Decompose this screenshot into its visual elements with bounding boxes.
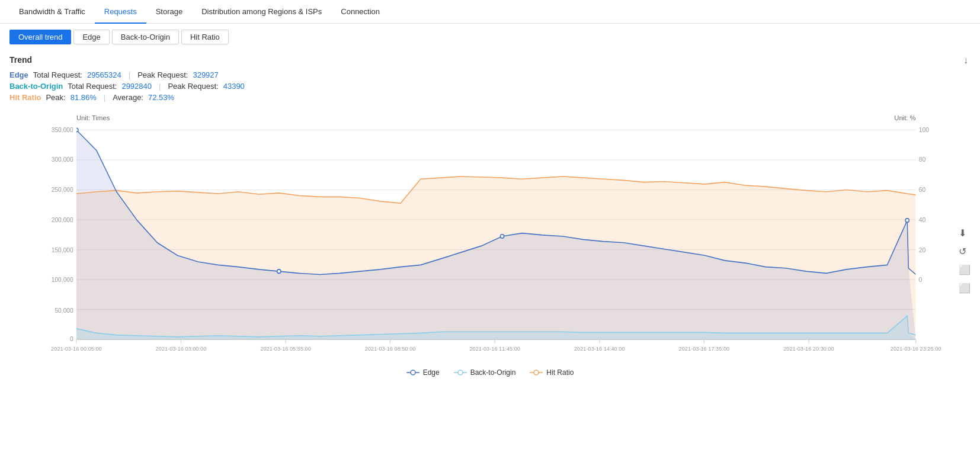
svg-text:2021-03-16 23:25:00: 2021-03-16 23:25:00 xyxy=(891,345,941,352)
back-to-origin-stats-row: Back-to-Origin Total Request: 2992840 | … xyxy=(9,82,971,91)
btn-hit-ratio[interactable]: Hit Ratio xyxy=(181,30,229,44)
nav-distribution[interactable]: Distribution among Regions & ISPs xyxy=(192,0,331,24)
svg-point-29 xyxy=(500,235,504,238)
svg-text:80: 80 xyxy=(919,156,926,163)
edge-total-value: 29565324 xyxy=(87,70,121,79)
edge-label: Edge xyxy=(9,70,28,79)
legend-edge: Edge xyxy=(406,368,440,377)
svg-text:100: 100 xyxy=(919,126,929,133)
svg-point-50 xyxy=(411,370,415,375)
svg-text:0: 0 xyxy=(70,335,73,342)
chart-expand-icon[interactable]: ⬜ xyxy=(959,264,971,275)
svg-text:2021-03-16 14:40:00: 2021-03-16 14:40:00 xyxy=(574,345,625,352)
svg-text:2021-03-16 11:45:00: 2021-03-16 11:45:00 xyxy=(469,345,520,352)
b2o-peak-label: Peak Request: xyxy=(168,82,218,91)
svg-text:50,000: 50,000 xyxy=(55,307,73,314)
top-navigation: Bandwidth & Traffic Requests Storage Dis… xyxy=(0,0,980,24)
svg-text:2021-03-16 03:00:00: 2021-03-16 03:00:00 xyxy=(156,345,207,352)
b2o-peak-value: 43390 xyxy=(223,82,245,91)
legend-edge-label: Edge xyxy=(423,368,440,377)
legend-hit-ratio: Hit Ratio xyxy=(530,368,574,377)
btn-edge[interactable]: Edge xyxy=(73,30,109,44)
legend-hr-label: Hit Ratio xyxy=(546,368,574,377)
hit-ratio-avg-label: Average: xyxy=(113,93,143,102)
edge-peak-value: 329927 xyxy=(193,70,218,79)
svg-point-52 xyxy=(458,370,463,375)
svg-text:300,000: 300,000 xyxy=(52,156,73,163)
svg-text:150,000: 150,000 xyxy=(52,246,73,253)
svg-text:200,000: 200,000 xyxy=(52,216,73,223)
right-actions: ⬇ ↺ ⬜ ⬜ xyxy=(959,227,971,294)
stats-area: Edge Total Request: 29565324 | Peak Requ… xyxy=(9,70,971,102)
chart-refresh-icon[interactable]: ↺ xyxy=(959,246,971,257)
chart-copy-icon[interactable]: ⬜ xyxy=(959,283,971,294)
b2o-total-value: 2992840 xyxy=(121,82,152,91)
nav-connection[interactable]: Connection xyxy=(331,0,389,24)
svg-text:0: 0 xyxy=(919,276,923,283)
chart-container: ⬇ ↺ ⬜ ⬜ Unit: Times Unit: % 350,000 300,… xyxy=(9,109,971,364)
svg-text:2021-03-16 08:50:00: 2021-03-16 08:50:00 xyxy=(365,345,416,352)
edge-peak-label: Peak Request: xyxy=(137,70,188,79)
page-content: Trend ↓ Edge Total Request: 29565324 | P… xyxy=(0,50,980,381)
svg-text:2021-03-16 05:55:00: 2021-03-16 05:55:00 xyxy=(260,345,311,352)
hit-ratio-stats-row: Hit Ratio Peak: 81.86% | Average: 72.53% xyxy=(9,93,971,102)
back-to-origin-label: Back-to-Origin xyxy=(9,82,63,91)
legend-back-to-origin: Back-to-Origin xyxy=(454,368,516,377)
edge-total-label: Total Request: xyxy=(33,70,82,79)
download-icon-top[interactable]: ↓ xyxy=(963,55,968,66)
btn-overall-trend[interactable]: Overall trend xyxy=(9,30,71,44)
svg-point-54 xyxy=(534,370,539,375)
hit-ratio-avg-value: 72.53% xyxy=(148,93,174,102)
hit-ratio-label: Hit Ratio xyxy=(9,93,41,102)
chart-download-icon[interactable]: ⬇ xyxy=(959,227,971,239)
svg-text:2021-03-16 00:05:00: 2021-03-16 00:05:00 xyxy=(51,345,102,352)
chart-legend: Edge Back-to-Origin Hit Ratio xyxy=(9,368,971,377)
svg-point-30 xyxy=(905,219,909,222)
svg-text:2021-03-16 17:35:00: 2021-03-16 17:35:00 xyxy=(679,345,730,352)
svg-text:40: 40 xyxy=(919,216,926,223)
edge-stats-row: Edge Total Request: 29565324 | Peak Requ… xyxy=(9,70,971,79)
chart-svg: Unit: Times Unit: % 350,000 300,000 250,… xyxy=(9,109,971,364)
nav-bandwidth-traffic[interactable]: Bandwidth & Traffic xyxy=(9,0,95,24)
b2o-total-label: Total Request: xyxy=(68,82,117,91)
svg-text:Unit:  Times: Unit: Times xyxy=(76,114,110,121)
nav-requests[interactable]: Requests xyxy=(95,0,146,24)
svg-text:Unit: %: Unit: % xyxy=(894,114,915,121)
hit-ratio-peak-value: 81.86% xyxy=(71,93,97,102)
legend-b2o-label: Back-to-Origin xyxy=(470,368,516,377)
svg-text:20: 20 xyxy=(919,246,926,253)
hit-ratio-peak-label: Peak: xyxy=(46,93,65,102)
svg-text:100,000: 100,000 xyxy=(52,276,73,283)
svg-text:250,000: 250,000 xyxy=(52,186,73,193)
svg-point-28 xyxy=(277,269,281,273)
btn-back-to-origin[interactable]: Back-to-Origin xyxy=(112,30,179,44)
sub-navigation: Overall trend Edge Back-to-Origin Hit Ra… xyxy=(0,24,980,50)
svg-text:60: 60 xyxy=(919,186,926,193)
svg-text:350,000: 350,000 xyxy=(52,126,73,133)
svg-text:2021-03-16 20:30:00: 2021-03-16 20:30:00 xyxy=(783,345,834,352)
nav-storage[interactable]: Storage xyxy=(146,0,193,24)
section-title: Trend xyxy=(9,55,971,65)
